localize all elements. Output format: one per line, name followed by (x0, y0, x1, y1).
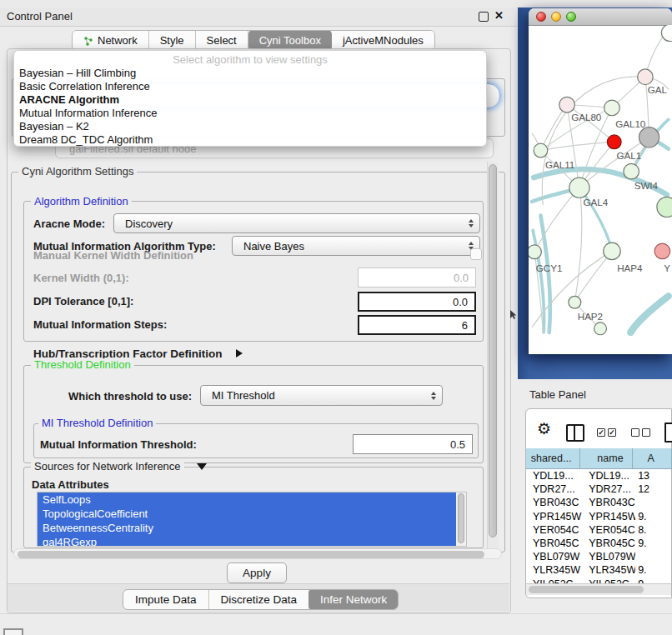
network-icon (83, 36, 93, 46)
mi-threshold-input[interactable]: 0.5 (353, 434, 473, 454)
tab-network[interactable]: Network (73, 31, 149, 50)
attribute-item-topologicalcoefficient[interactable]: TopologicalCoefficient (38, 507, 457, 521)
table-hscrollbar[interactable] (526, 583, 671, 595)
node-label: GAL1 (617, 150, 642, 161)
table-row[interactable]: YDL19...YDL19...13 (526, 469, 672, 482)
column-header-1[interactable]: shared... (526, 448, 580, 469)
tab-discretize-data[interactable]: Discretize Data (209, 590, 310, 609)
node-swi4[interactable] (624, 163, 639, 179)
dropdown-item-dream8-dc-tdc-algorithm[interactable]: Dream8 DC_TDC Algorithm (19, 133, 478, 147)
node-label: GCY1 (536, 262, 563, 273)
columns-icon[interactable] (566, 424, 584, 442)
table-row[interactable]: YBR043CYBR043C (526, 496, 672, 509)
table-header-row: shared...nameA (526, 448, 672, 469)
node-label: SWI4 (634, 180, 659, 191)
node-hap2[interactable] (569, 296, 581, 308)
tab-infer-network[interactable]: Infer Network (308, 589, 399, 610)
node[interactable] (594, 322, 607, 335)
settings-hscrollbar-thumb[interactable] (18, 551, 484, 558)
aracne-mode-label: Aracne Mode: (33, 218, 105, 230)
table-row[interactable]: YDR27...YDR27...12 (526, 482, 672, 496)
close-icon[interactable]: ✕ (494, 9, 504, 22)
node[interactable] (657, 197, 672, 217)
tab-jactivemnodules[interactable]: jActiveMNodules (332, 31, 434, 50)
network-graph[interactable]: GALGAL80GAL10GAL1GAL11SWI4GAL4GCY1HAP4YH… (529, 25, 672, 354)
settings-vscrollbar[interactable] (487, 162, 499, 550)
mi-threshold-value: 0.5 (450, 438, 465, 451)
attribute-item-gal4rgexp[interactable]: gal4RGexp (38, 535, 457, 547)
node[interactable] (639, 128, 659, 148)
table-row[interactable]: YBR045CYBR045C9. (526, 537, 672, 550)
edge (542, 77, 645, 205)
node-label: GAL4 (584, 197, 609, 208)
algorithm-definition-title: Algorithm Definition (31, 195, 132, 208)
node-gal11[interactable] (534, 143, 548, 158)
mi-algorithm-type-combobox[interactable]: Naive Bayes (232, 236, 480, 256)
node-y[interactable] (654, 243, 670, 259)
settings-vscrollbar-thumb[interactable] (489, 164, 497, 538)
apply-button[interactable]: Apply (227, 562, 287, 583)
table-cell: 13 (635, 470, 672, 482)
checkbox-checked-icon[interactable]: ✓ (597, 428, 605, 437)
table-hscrollbar-thumb[interactable] (529, 586, 644, 593)
node-gal4[interactable] (569, 178, 589, 198)
dropdown-item-aracne-algorithm[interactable]: ARACNE Algorithm (19, 93, 478, 107)
expand-arrow-icon[interactable] (236, 349, 243, 358)
attributes-vscrollbar[interactable] (456, 492, 466, 546)
which-threshold-combobox[interactable]: MI Threshold (200, 385, 443, 406)
cyni-mode-tabs: Impute DataDiscretize DataInfer Network (123, 589, 399, 610)
column-header-2[interactable]: name (580, 448, 632, 469)
table-row[interactable]: YBL079WYBL079W (526, 550, 672, 563)
zoom-traffic-light[interactable] (566, 12, 576, 22)
checkbox-unchecked-icon[interactable] (631, 428, 639, 437)
tab-style[interactable]: Style (149, 31, 196, 50)
tab-impute-data[interactable]: Impute Data (123, 590, 209, 609)
close-traffic-light[interactable] (536, 12, 546, 22)
node-gal[interactable] (638, 69, 654, 85)
stepper-arrows-icon (469, 219, 474, 228)
float-window-icon[interactable] (479, 12, 489, 22)
network-view-window[interactable]: GALGAL80GAL10GAL1GAL11SWI4GAL4GCY1HAP4YH… (529, 8, 672, 354)
network-window-titlebar[interactable] (529, 8, 672, 26)
manual-kernel-checkbox[interactable] (470, 248, 482, 260)
node[interactable] (661, 25, 672, 42)
cyni-settings-group-title: Cyni Algorithm Settings (18, 165, 137, 178)
which-threshold-label: Which threshold to use: (68, 390, 192, 402)
collapse-arrow-icon[interactable] (197, 463, 207, 470)
checkbox-unchecked-icon[interactable] (642, 428, 650, 437)
settings-hscrollbar[interactable] (13, 548, 502, 559)
table-row[interactable]: YER054CYER054C8. (526, 523, 672, 537)
stepper-arrows-icon (431, 392, 436, 400)
kernel-width-input[interactable]: 0.0 (358, 268, 476, 288)
dpi-tolerance-value: 0.0 (453, 296, 468, 308)
dropdown-item-basic-correlation-inference[interactable]: Basic Correlation Inference (19, 80, 478, 93)
node-hap4[interactable] (604, 242, 620, 259)
node-gcy1[interactable] (529, 245, 541, 259)
aracne-mode-combobox[interactable]: Discovery (113, 213, 480, 233)
attribute-item-selfloops[interactable]: SelfLoops (38, 492, 457, 507)
table-cell: YPR145W (526, 511, 582, 522)
tab-select[interactable]: Select (196, 31, 248, 50)
attributes-vscrollbar-thumb[interactable] (458, 493, 464, 543)
node-gal80[interactable] (559, 97, 575, 112)
dpi-tolerance-input[interactable]: 0.0 (358, 292, 476, 312)
attribute-item-betweennesscentrality[interactable]: BetweennessCentrality (38, 521, 457, 535)
table-row[interactable]: YPR145WYPR145W9. (526, 510, 672, 523)
table-cell: YDR27... (526, 483, 582, 495)
node-gal1[interactable] (607, 135, 621, 149)
dropdown-item-bayesian-k2[interactable]: Bayesian – K2 (19, 120, 478, 133)
table-row[interactable]: YLR345WYLR345W9. (526, 563, 672, 577)
gear-icon[interactable]: ⚙ (537, 421, 551, 437)
table-cell: 12 (635, 483, 672, 495)
mi-steps-input[interactable]: 6 (358, 315, 476, 335)
column-header-3[interactable]: A (633, 448, 672, 469)
checkbox-checked-icon[interactable]: ✓ (608, 428, 616, 437)
minimized-panel-icon[interactable] (3, 628, 23, 635)
dropdown-item-mutual-information-inference[interactable]: Mutual Information Inference (19, 107, 478, 120)
document-icon[interactable] (664, 422, 672, 442)
minimize-traffic-light[interactable] (551, 12, 561, 22)
control-panel-titlebar[interactable]: Control Panel ✕ (0, 8, 517, 27)
node-gal10[interactable] (604, 100, 620, 116)
dropdown-item-bayesian-hill-climbing[interactable]: Bayesian – Hill Climbing (19, 67, 478, 80)
data-attributes-list[interactable]: SelfLoopsTopologicalCoefficientBetweenne… (37, 492, 467, 547)
